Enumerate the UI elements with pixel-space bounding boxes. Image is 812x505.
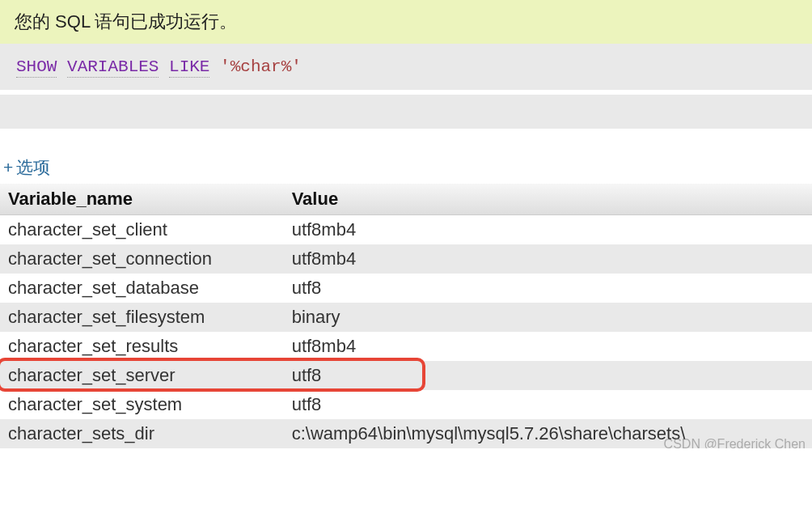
table-row[interactable]: character_set_connectionutf8mb4 [0,244,812,274]
success-banner: 您的 SQL 语句已成功运行。 [0,0,812,44]
results-table: Variable_name Value character_set_client… [0,184,812,448]
options-toggle[interactable]: + 选项 [0,148,812,184]
sql-keyword-variables: VARIABLES [67,57,159,78]
table-row[interactable]: character_set_systemutf8 [0,390,812,419]
table-row[interactable]: character_set_databaseutf8 [0,274,812,303]
cell-variable-name: character_set_results [0,332,284,361]
cell-value: utf8mb4 [284,332,812,361]
sql-query-box: SHOW VARIABLES LIKE '%char%' [0,44,812,90]
options-label: 选项 [16,156,50,179]
cell-variable-name: character_sets_dir [0,419,284,448]
sql-string-literal: '%char%' [220,57,302,76]
table-row[interactable]: character_set_clientutf8mb4 [0,215,812,245]
column-header-value[interactable]: Value [284,184,812,215]
cell-value: utf8 [284,390,812,419]
cell-variable-name: character_set_client [0,215,284,245]
success-message: 您的 SQL 语句已成功运行。 [15,11,237,32]
cell-value: utf8mb4 [284,244,812,274]
table-row[interactable]: character_set_serverutf8 [0,361,812,390]
cell-variable-name: character_set_filesystem [0,303,284,332]
cell-variable-name: character_set_connection [0,244,284,274]
cell-variable-name: character_set_database [0,274,284,303]
plus-icon: + [3,158,13,177]
toolbar-spacer [0,95,812,129]
watermark-text: CSDN @Frederick Chen [664,437,806,448]
cell-value: utf8 [284,361,812,390]
sql-keyword-show: SHOW [16,57,57,78]
cell-value: binary [284,303,812,332]
sql-keyword-like: LIKE [169,57,209,78]
cell-variable-name: character_set_server [0,361,284,390]
column-header-variable-name[interactable]: Variable_name [0,184,284,215]
table-row[interactable]: character_set_resultsutf8mb4 [0,332,812,361]
cell-value: utf8 [284,274,812,303]
cell-variable-name: character_set_system [0,390,284,419]
cell-value: utf8mb4 [284,215,812,245]
table-row[interactable]: character_set_filesystembinary [0,303,812,332]
